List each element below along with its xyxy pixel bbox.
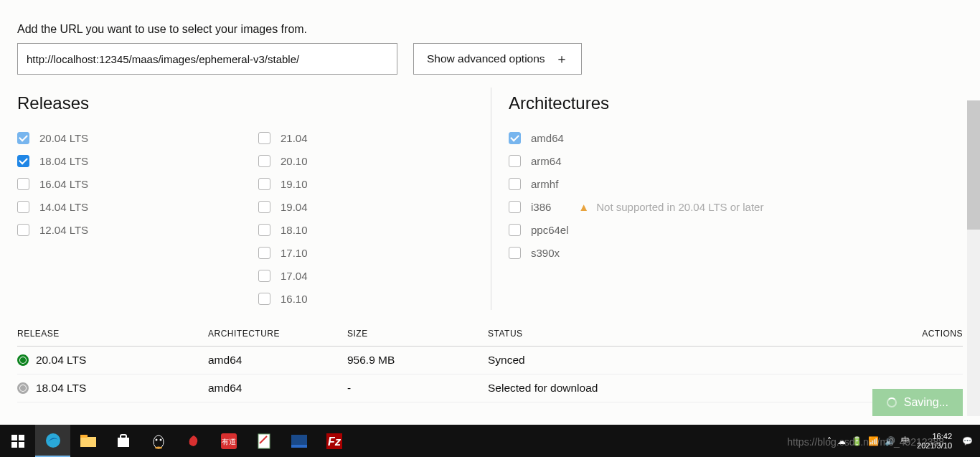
checkbox-label: 20.04 LTS [39,132,88,144]
checkbox[interactable] [258,201,270,213]
svg-point-11 [159,438,161,440]
cell-arch: amd64 [208,382,347,395]
svg-point-10 [155,438,157,440]
taskbar-app-qq[interactable] [141,425,176,457]
help-text: Add the URL you want to use to select yo… [17,23,963,36]
checkbox-row: 16.10 [258,287,473,310]
taskbar-app-youdao[interactable]: 有道 [211,425,246,457]
checkbox-label: 17.04 [281,270,308,282]
cell-release: 20.04 LTS [36,354,86,367]
svg-rect-1 [19,435,24,440]
cell-status: Selected for download [488,382,905,395]
checkbox[interactable] [509,155,521,167]
url-row: Show advanced options ＋ [17,43,963,75]
svg-rect-6 [80,435,88,438]
notification-icon[interactable]: 💬 [962,436,973,446]
checkbox[interactable] [17,155,29,167]
taskbar-app-terminal[interactable] [281,425,316,457]
checkbox-row: 18.10 [258,218,473,241]
status-radio-icon [17,382,29,394]
checkbox-label: 16.10 [281,293,308,305]
checkbox[interactable] [509,224,521,236]
col-header-release: RELEASE [17,329,208,339]
checkbox[interactable] [258,178,270,190]
checkbox-label: 17.10 [281,247,308,259]
checkbox[interactable] [17,201,29,213]
start-button[interactable] [0,425,35,457]
svg-text:Fz: Fz [328,435,341,448]
checkbox-row: 20.10 [258,149,473,172]
taskbar-app-filezilla[interactable]: Fz [316,425,352,457]
checkbox-row: 19.10 [258,172,473,195]
checkbox-row: 16.04 LTS [17,172,258,195]
svg-text:有道: 有道 [222,438,236,446]
checkbox-label: i386 [531,201,551,213]
show-advanced-options-button[interactable]: Show advanced options ＋ [413,43,582,75]
svg-rect-0 [11,435,17,440]
windows-taskbar[interactable]: 有道 Fz https://blog.csdn.net/m0_49212388 … [0,425,980,457]
saving-label: Saving... [904,396,948,409]
checkbox[interactable] [509,132,521,144]
table-row[interactable]: 18.04 LTSamd64-Selected for download [17,374,963,402]
svg-rect-2 [11,442,17,448]
checkbox[interactable] [258,224,270,236]
checkbox-label: amd64 [531,132,564,144]
checkbox-row: ppc64el [509,218,950,241]
col-header-arch: ARCHITECTURE [208,329,347,339]
releases-column-1: 20.04 LTS18.04 LTS16.04 LTS14.04 LTS12.0… [17,126,258,310]
svg-point-9 [154,435,164,448]
checkbox-label: 14.04 LTS [39,201,88,213]
image-source-url-input[interactable] [17,43,397,75]
checkbox[interactable] [509,247,521,259]
checkbox-label: 20.10 [281,155,308,167]
checkbox-label: ppc64el [531,224,569,236]
taskbar-app-red[interactable] [176,425,211,457]
checkbox-row: 19.04 [258,195,473,218]
releases-panel: Releases 20.04 LTS18.04 LTS16.04 LTS14.0… [17,88,491,310]
checkbox[interactable] [509,178,521,190]
taskbar-app-edge[interactable] [35,425,70,457]
checkbox[interactable] [258,270,270,282]
checkbox[interactable] [258,132,270,144]
images-table: RELEASE ARCHITECTURE SIZE STATUS ACTIONS… [17,329,963,402]
warning-text: Not supported in 20.04 LTS or later [596,201,763,213]
spinner-icon [887,397,897,407]
scrollbar-thumb[interactable] [967,100,980,230]
releases-column-2: 21.0420.1019.1019.0418.1017.1017.0416.10 [258,126,473,310]
taskbar-app-notepad[interactable] [246,425,281,457]
checkbox[interactable] [258,293,270,305]
warning: ▲Not supported in 20.04 LTS or later [578,201,763,213]
checkbox-label: s390x [531,247,560,259]
col-header-status: STATUS [488,329,905,339]
architectures-title: Architectures [509,93,950,113]
checkbox-row: i386▲Not supported in 20.04 LTS or later [509,195,950,218]
checkbox-row: amd64 [509,126,950,149]
checkbox-label: 18.10 [281,224,308,236]
svg-rect-15 [258,434,270,448]
taskbar-app-explorer[interactable] [70,425,105,457]
checkbox-row: 12.04 LTS [17,218,258,241]
checkbox-row: arm64 [509,149,950,172]
checkbox[interactable] [258,247,270,259]
checkbox-label: 16.04 LTS [39,178,88,190]
releases-title: Releases [17,93,491,113]
table-row[interactable]: 20.04 LTSamd64956.9 MBSynced [17,347,963,374]
taskbar-app-store[interactable] [105,425,141,457]
table-body: 20.04 LTSamd64956.9 MBSynced18.04 LTSamd… [17,347,963,402]
checkbox[interactable] [17,132,29,144]
status-radio-icon [17,354,29,366]
taskbar-left: 有道 Fz [0,425,352,457]
watermark-url: https://blog.csdn.net/m0_49212388 [787,436,944,448]
checkbox[interactable] [17,224,29,236]
checkbox[interactable] [258,155,270,167]
svg-point-12 [155,446,162,448]
checkbox-row: armhf [509,172,950,195]
advanced-button-label: Show advanced options [427,52,545,65]
svg-rect-5 [80,437,96,447]
checkbox[interactable] [509,201,521,213]
cell-release: 18.04 LTS [36,382,86,395]
checkbox-row: 14.04 LTS [17,195,258,218]
svg-point-4 [46,433,60,448]
checkbox[interactable] [17,178,29,190]
checkbox-row: 17.10 [258,241,473,264]
